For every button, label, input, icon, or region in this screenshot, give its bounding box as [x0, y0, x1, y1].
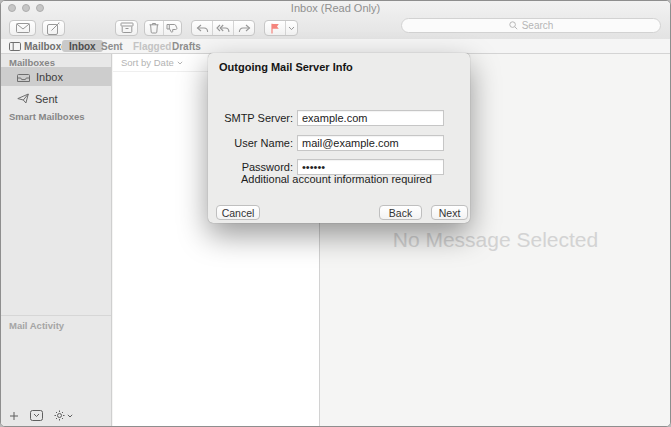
sidebar-divider [1, 315, 111, 316]
no-message-selected-text: No Message Selected [393, 228, 598, 252]
favorite-sent[interactable]: Sent [101, 39, 123, 53]
compose-button[interactable] [42, 20, 65, 36]
chevron-down-icon [177, 61, 183, 65]
favorite-inbox[interactable]: Inbox [62, 40, 103, 52]
delete-button[interactable] [145, 21, 163, 35]
delete-junk-group [144, 20, 182, 36]
sidebar: Mailboxes Inbox Sent Smart Mailboxes Mai… [1, 54, 112, 426]
forward-icon [238, 24, 251, 33]
favorite-drafts-label: Drafts [172, 41, 201, 52]
reply-icon [196, 24, 209, 33]
search-input[interactable]: Search [401, 18, 661, 33]
search-placeholder: Search [522, 20, 554, 31]
flag-icon [270, 23, 280, 34]
back-button[interactable]: Back [379, 205, 422, 220]
add-mailbox-button[interactable] [9, 411, 19, 421]
smtp-server-row: SMTP Server: [208, 110, 470, 126]
favorites-bar: Mailboxes Inbox Sent Flagged Drafts [1, 39, 670, 54]
paper-plane-icon [17, 93, 29, 104]
favorite-inbox-label: Inbox [69, 41, 96, 52]
favorite-drafts[interactable]: Drafts [172, 39, 201, 53]
sidebar-bottom-bar [9, 410, 73, 421]
trash-icon [148, 22, 160, 34]
sidebar-item-label: Sent [35, 93, 58, 105]
smtp-server-field[interactable] [297, 110, 444, 126]
favorite-flagged-label: Flagged [133, 41, 171, 52]
sidebar-smart-mailboxes-header: Smart Mailboxes [9, 111, 85, 122]
flag-button[interactable] [265, 21, 285, 35]
thumbs-down-icon [166, 23, 178, 34]
cancel-button[interactable]: Cancel [216, 205, 260, 220]
inbox-tray-icon [17, 72, 30, 82]
outgoing-mail-server-dialog: Outgoing Mail Server Info SMTP Server: U… [208, 53, 470, 223]
archive-button[interactable] [115, 20, 138, 36]
reply-group [191, 20, 255, 36]
smtp-server-label: SMTP Server: [208, 110, 293, 126]
user-name-field[interactable] [297, 135, 444, 151]
user-name-row: User Name: [208, 135, 470, 151]
search-icon [509, 21, 518, 30]
sort-label: Sort by Date [121, 57, 174, 68]
sidebar-item-sent[interactable]: Sent [1, 89, 111, 108]
message-action-button[interactable] [30, 410, 43, 421]
favorite-sent-label: Sent [101, 41, 123, 52]
mail-window: Inbox (Read Only) [0, 0, 671, 427]
user-name-label: User Name: [208, 135, 293, 151]
envelope-icon [16, 23, 30, 33]
window-chrome: Inbox (Read Only) [1, 1, 670, 39]
compose-icon [47, 22, 60, 35]
next-button[interactable]: Next [431, 205, 468, 220]
reply-all-icon [216, 24, 230, 33]
favorite-flagged: Flagged [133, 39, 171, 53]
junk-button[interactable] [163, 21, 182, 35]
forward-button[interactable] [233, 21, 254, 35]
dialog-note: Additional account information required [241, 173, 432, 185]
sidebar-item-inbox[interactable]: Inbox [1, 67, 111, 86]
flag-group [264, 20, 298, 36]
sidebar-item-label: Inbox [36, 71, 63, 83]
chevron-down-icon [288, 26, 295, 31]
gear-menu-button[interactable] [54, 410, 73, 421]
reply-button[interactable] [192, 21, 212, 35]
reply-all-button[interactable] [212, 21, 233, 35]
archive-icon [120, 22, 134, 34]
mail-activity-header: Mail Activity [9, 320, 64, 331]
chevron-down-icon [67, 414, 73, 418]
dialog-title: Outgoing Mail Server Info [219, 61, 353, 73]
window-title: Inbox (Read Only) [1, 2, 670, 15]
get-mail-button[interactable] [9, 20, 36, 36]
flag-menu-button[interactable] [285, 21, 297, 35]
sidebar-toggle-icon [9, 42, 21, 51]
